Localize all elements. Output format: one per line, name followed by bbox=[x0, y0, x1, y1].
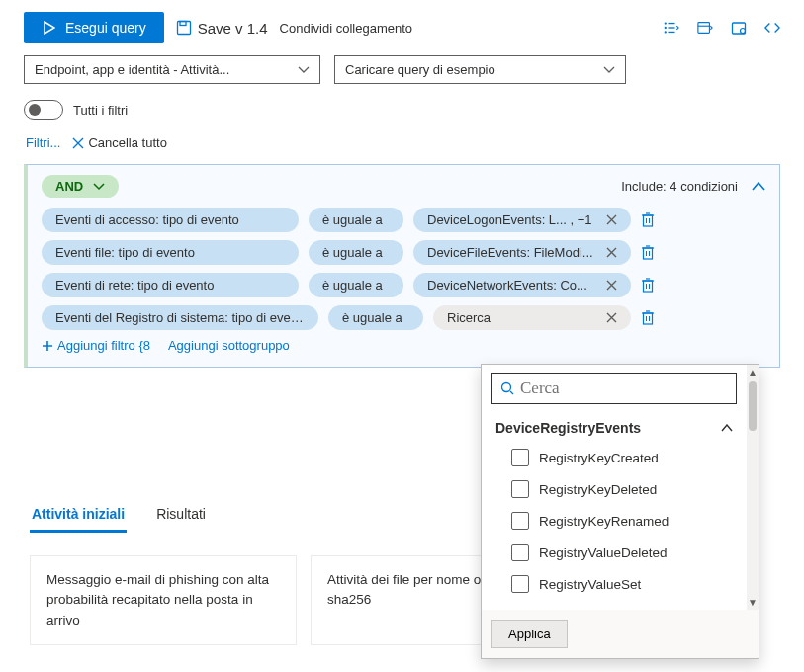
condition-operator[interactable]: è uguale a bbox=[309, 208, 403, 232]
condition-value-text: DeviceFileEvents: FileModi... bbox=[427, 245, 593, 260]
condition-field[interactable]: Eventi del Registro di sistema: tipo di … bbox=[42, 305, 318, 330]
condition-field[interactable]: Eventi file: tipo di evento bbox=[42, 240, 299, 265]
starter-card[interactable]: Attività dei file per nome o sha256 bbox=[311, 555, 508, 645]
delete-condition-icon[interactable] bbox=[641, 212, 655, 227]
sample-query-label: Caricare query di esempio bbox=[345, 62, 495, 77]
add-filter-link[interactable]: Aggiungi filtro {8 bbox=[42, 338, 150, 353]
filters-link[interactable]: Filtri... bbox=[26, 135, 60, 150]
schema-dropdown-label: Endpoint, app e identità - Attività... bbox=[35, 62, 229, 77]
save-button[interactable]: Save v 1.4 bbox=[176, 20, 268, 37]
dropdown-option[interactable]: RegistryKeyRenamed bbox=[491, 505, 737, 537]
share-link[interactable]: Condividi collegamento bbox=[280, 21, 412, 36]
run-query-button[interactable]: Esegui query bbox=[24, 12, 164, 43]
delete-condition-icon[interactable] bbox=[641, 245, 655, 260]
svg-point-4 bbox=[665, 31, 667, 33]
condition-operator[interactable]: è uguale a bbox=[309, 240, 403, 265]
main-toolbar: Esegui query Save v 1.4 Condividi colleg… bbox=[0, 0, 804, 55]
condition-row: Eventi di rete: tipo di evento è uguale … bbox=[42, 273, 765, 297]
chevron-down-icon bbox=[93, 183, 105, 191]
dropdown-footer: Applica bbox=[482, 610, 759, 658]
svg-rect-1 bbox=[180, 22, 186, 26]
add-subgroup-link[interactable]: Aggiungi sottogruppo bbox=[168, 338, 290, 353]
delete-condition-icon[interactable] bbox=[641, 278, 655, 293]
tab-results[interactable]: Risultati bbox=[154, 498, 208, 533]
scroll-up-icon[interactable]: ▲ bbox=[748, 367, 758, 378]
checkbox[interactable] bbox=[511, 480, 529, 498]
clear-value-icon[interactable] bbox=[606, 280, 617, 291]
include-count: Include: 4 condizioni bbox=[621, 179, 738, 194]
dropdown-search[interactable] bbox=[491, 373, 737, 404]
scroll-down-icon[interactable]: ▼ bbox=[748, 597, 758, 608]
plus-icon bbox=[42, 340, 53, 352]
dropdown-option[interactable]: RegistryKeyDeleted bbox=[491, 473, 737, 505]
collapse-toggle[interactable] bbox=[752, 182, 765, 191]
add-subgroup-label: Aggiungi sottogruppo bbox=[168, 338, 290, 353]
condition-operator[interactable]: è uguale a bbox=[328, 305, 423, 330]
dropdown-scrollbar[interactable]: ▲ ▼ bbox=[747, 365, 759, 610]
option-label: RegistryKeyDeleted bbox=[539, 482, 657, 497]
condition-value[interactable]: DeviceFileEvents: FileModi... bbox=[413, 240, 631, 265]
tab-getting-started[interactable]: Attività iniziali bbox=[30, 498, 127, 533]
box-icon[interactable] bbox=[731, 20, 747, 36]
checkbox[interactable] bbox=[511, 544, 529, 561]
list-icon[interactable] bbox=[664, 20, 679, 36]
delete-condition-icon[interactable] bbox=[641, 310, 655, 325]
and-operator-chip[interactable]: AND bbox=[42, 175, 119, 198]
svg-rect-27 bbox=[644, 313, 653, 324]
checkbox[interactable] bbox=[511, 512, 529, 530]
condition-value-text: DeviceLogonEvents: L... , +1 bbox=[427, 212, 592, 227]
clear-value-icon[interactable] bbox=[606, 214, 617, 225]
code-icon[interactable] bbox=[764, 20, 780, 36]
svg-point-2 bbox=[665, 22, 667, 24]
all-filters-label: Tutti i filtri bbox=[73, 103, 128, 118]
svg-rect-22 bbox=[644, 281, 653, 292]
svg-point-3 bbox=[665, 27, 667, 29]
svg-line-33 bbox=[510, 391, 513, 394]
run-query-label: Esegui query bbox=[65, 20, 146, 36]
schema-dropdown[interactable]: Endpoint, app e identità - Attività... bbox=[24, 55, 320, 84]
dropdown-group-label: DeviceRegistryEvents bbox=[495, 420, 641, 436]
dropdown-option[interactable]: RegistryKeyCreated bbox=[491, 442, 737, 473]
clear-value-icon[interactable] bbox=[606, 247, 617, 258]
clear-value-icon[interactable] bbox=[606, 312, 617, 323]
query-header: AND Include: 4 condizioni bbox=[42, 175, 765, 198]
condition-field[interactable]: Eventi di accesso: tipo di evento bbox=[42, 208, 299, 232]
svg-point-11 bbox=[741, 29, 746, 34]
save-label: Save v 1.4 bbox=[198, 20, 268, 37]
sample-query-dropdown[interactable]: Caricare query di esempio bbox=[334, 55, 626, 84]
apply-button[interactable]: Applica bbox=[491, 620, 568, 648]
save-icon bbox=[176, 20, 192, 36]
calendar-icon[interactable] bbox=[697, 20, 713, 36]
clear-all-link[interactable]: Cancella tutto bbox=[72, 135, 167, 150]
filter-actions: Filtri... Cancella tutto bbox=[0, 126, 804, 158]
svg-rect-17 bbox=[644, 248, 653, 259]
scroll-thumb[interactable] bbox=[749, 381, 757, 431]
condition-row: Eventi file: tipo di evento è uguale a D… bbox=[42, 240, 765, 265]
option-label: RegistryValueSet bbox=[539, 577, 641, 592]
condition-row: Eventi del Registro di sistema: tipo di … bbox=[42, 305, 765, 330]
close-icon bbox=[72, 137, 84, 149]
condition-value[interactable]: Ricerca bbox=[433, 305, 631, 330]
dropdown-search-input[interactable] bbox=[520, 378, 728, 398]
all-filters-row: Tutti i filtri bbox=[0, 94, 804, 126]
clear-all-label: Cancella tutto bbox=[88, 135, 167, 150]
condition-value[interactable]: DeviceLogonEvents: L... , +1 bbox=[413, 208, 631, 232]
dropdown-option[interactable]: RegistryValueDeleted bbox=[491, 537, 737, 568]
chevron-down-icon bbox=[298, 66, 310, 74]
all-filters-toggle[interactable] bbox=[24, 100, 63, 120]
condition-operator[interactable]: è uguale a bbox=[309, 273, 403, 297]
schema-selectors: Endpoint, app e identità - Attività... C… bbox=[0, 55, 804, 94]
dropdown-group-header[interactable]: DeviceRegistryEvents bbox=[491, 414, 737, 442]
chevron-down-icon bbox=[603, 66, 615, 74]
checkbox[interactable] bbox=[511, 449, 529, 466]
checkbox[interactable] bbox=[511, 575, 529, 593]
condition-value[interactable]: DeviceNetworkEvents: Co... bbox=[413, 273, 631, 297]
condition-value-text: Ricerca bbox=[447, 310, 491, 325]
starter-card[interactable]: Messaggio e-mail di phishing con alta pr… bbox=[30, 555, 297, 645]
query-builder: AND Include: 4 condizioni Eventi di acce… bbox=[24, 164, 780, 368]
chevron-up-icon bbox=[721, 424, 733, 432]
option-label: RegistryValueDeleted bbox=[539, 546, 668, 560]
condition-field[interactable]: Eventi di rete: tipo di evento bbox=[42, 273, 299, 297]
option-label: RegistryKeyRenamed bbox=[539, 514, 669, 529]
dropdown-option[interactable]: RegistryValueSet bbox=[491, 568, 737, 600]
